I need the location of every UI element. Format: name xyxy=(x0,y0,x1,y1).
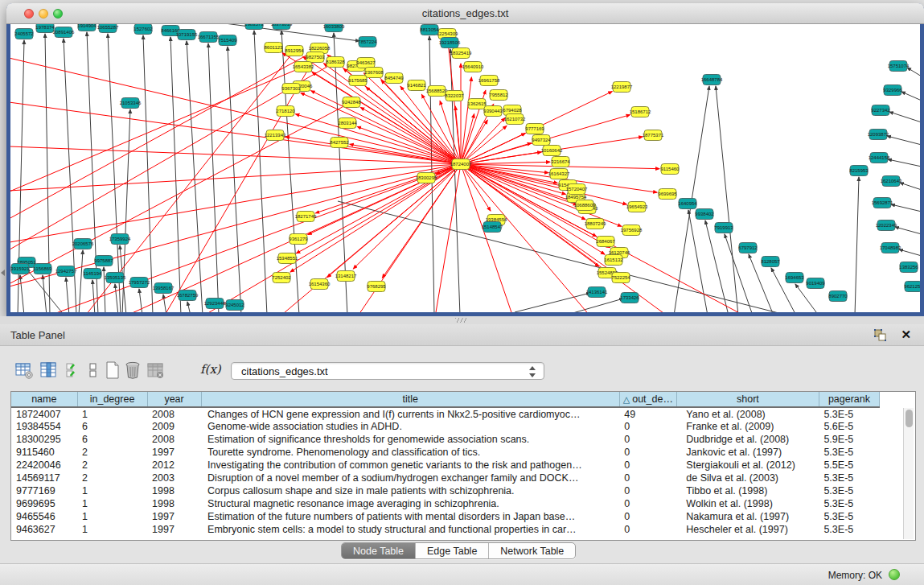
table-cell[interactable]: Estimation of significance thresholds fo… xyxy=(201,433,619,446)
table-cell[interactable]: 0 xyxy=(619,484,676,497)
graph-node[interactable]: 17957272 xyxy=(129,278,150,288)
citation-edge[interactable] xyxy=(855,177,859,312)
citation-edge[interactable] xyxy=(104,267,105,312)
graph-node[interactable]: 2718120 xyxy=(276,106,295,117)
citation-edge[interactable] xyxy=(907,68,920,76)
table-cell[interactable]: 1997 xyxy=(147,510,201,523)
table-cell[interactable]: 0 xyxy=(619,510,676,523)
citation-edge[interactable] xyxy=(187,302,191,312)
graph-node[interactable]: 17048983 xyxy=(880,243,901,253)
citation-edge-red[interactable] xyxy=(461,164,566,194)
citation-edge-red[interactable] xyxy=(295,114,461,164)
graph-node[interactable]: 16210732 xyxy=(504,114,526,125)
table-cell[interactable]: 14569117 xyxy=(11,472,77,484)
table-cell[interactable]: 18724007 xyxy=(11,407,77,420)
citation-edge[interactable] xyxy=(43,275,47,312)
table-cell[interactable]: 18300295 xyxy=(11,433,77,446)
citation-edge[interactable] xyxy=(92,280,95,312)
table-scrollbar[interactable] xyxy=(903,408,914,539)
citation-edge[interactable] xyxy=(888,159,920,167)
graph-node[interactable]: 19756928 xyxy=(621,225,643,236)
graph-node[interactable]: 16164327 xyxy=(548,169,570,179)
table-cell[interactable]: Hescheler et al. (1997) xyxy=(676,523,819,536)
table-cell[interactable]: Tibbo et al. (1998) xyxy=(676,484,819,497)
graph-node[interactable]: 7522254 xyxy=(611,273,630,283)
graph-node[interactable]: 16154360 xyxy=(309,279,331,290)
function-builder-icon[interactable]: f(x) xyxy=(200,362,220,381)
table-row[interactable]: 977716911998Corpus callosum shape and si… xyxy=(11,484,880,497)
graph-node[interactable]: 9621254 xyxy=(904,282,920,292)
table-cell[interactable]: de Silva et al. (2003) xyxy=(676,472,819,484)
table-cell[interactable]: Structural magnetic resonance image aver… xyxy=(201,497,619,510)
table-row[interactable]: 1456911722003Disruption of a novel membe… xyxy=(11,472,880,484)
citation-edge-red[interactable] xyxy=(461,77,471,164)
table-cell[interactable]: 5.5E-5 xyxy=(819,459,879,472)
graph-node[interactable]: 7515409 xyxy=(218,35,237,46)
graph-node[interactable]: 1383256 xyxy=(899,262,918,273)
citation-edge[interactable] xyxy=(208,43,219,312)
graph-node[interactable]: 9768295 xyxy=(367,282,386,292)
table-cell[interactable]: Estimation of the future numbers of pati… xyxy=(201,510,619,523)
table-cell[interactable]: Genome-wide association studies in ADHD. xyxy=(201,420,619,433)
graph-node[interactable]: 2405572 xyxy=(14,29,34,39)
graph-node[interactable]: 9227342 xyxy=(871,105,890,116)
citation-edge[interactable] xyxy=(688,210,708,312)
graph-node[interactable]: 9938402 xyxy=(695,209,714,220)
graph-node[interactable]: 7252402 xyxy=(272,273,291,283)
graph-node[interactable]: 9242848 xyxy=(342,97,361,108)
column-header-year[interactable]: year xyxy=(147,392,201,407)
graph-node[interactable]: 6797912 xyxy=(738,243,758,253)
graph-node[interactable]: 15751074 xyxy=(888,61,910,72)
table-cell[interactable]: 1 xyxy=(77,407,147,420)
show-column-icon[interactable] xyxy=(39,360,58,380)
graph-node[interactable]: 15148547 xyxy=(482,222,503,233)
graph-node[interactable]: 9497324 xyxy=(532,135,551,146)
citation-edge-red[interactable] xyxy=(461,164,599,266)
table-cell[interactable]: 5.3E-5 xyxy=(819,484,879,497)
table-cell[interactable]: Embryonic stem cells: a model to study s… xyxy=(201,523,619,536)
graph-node[interactable]: 9329966 xyxy=(883,85,902,96)
table-cell[interactable]: 2009 xyxy=(147,420,201,433)
graph-node[interactable]: 18373019 xyxy=(271,24,293,30)
graph-node[interactable]: 9975887 xyxy=(94,256,113,266)
graph-node[interactable]: 9175685 xyxy=(348,76,368,86)
graph-node[interactable]: 1914904 xyxy=(77,24,97,31)
citation-edge[interactable] xyxy=(108,34,121,312)
table-row[interactable]: 1938455462009Genome-wide association stu… xyxy=(11,420,880,433)
graph-node[interactable]: 1527602 xyxy=(133,24,153,35)
table-cell[interactable]: 2012 xyxy=(147,459,201,472)
graph-node[interactable]: 12219877 xyxy=(611,82,633,93)
graph-node[interactable]: 2803144 xyxy=(338,118,357,129)
graph-node[interactable]: 18271749 xyxy=(295,212,317,222)
graph-node[interactable]: 15640910 xyxy=(462,62,484,72)
graph-node[interactable]: 9115460 xyxy=(661,164,680,175)
graph-node[interactable]: 16543382 xyxy=(293,62,314,72)
table-cell[interactable]: 5.3E-5 xyxy=(819,407,879,420)
graph-node[interactable]: 7955812 xyxy=(489,90,508,101)
tab-node-table[interactable]: Node Table xyxy=(342,543,416,558)
table-row[interactable]: 911546021997Tourette syndrome. Phenomeno… xyxy=(11,446,880,459)
graph-node[interactable]: 1156869 xyxy=(34,264,53,274)
table-cell[interactable]: Jankovic et al. (1997) xyxy=(676,446,819,459)
window-titlebar[interactable]: citations_edges.txt xyxy=(6,3,924,24)
graph-node[interactable]: 15720407 xyxy=(566,184,588,195)
graph-node[interactable]: 9019409 xyxy=(806,278,825,289)
graph-node[interactable]: 13505135 xyxy=(105,273,126,283)
graph-node[interactable]: 10719155 xyxy=(176,30,198,40)
graph-node[interactable]: 8912954 xyxy=(285,46,304,56)
graph-node[interactable]: 8215953 xyxy=(849,166,869,176)
citation-edge[interactable] xyxy=(705,220,729,312)
graph-node[interactable]: 16648784 xyxy=(701,75,723,85)
graph-node[interactable]: 21053346 xyxy=(120,98,142,109)
citation-edge[interactable] xyxy=(20,275,24,312)
graph-node[interactable]: 8902770 xyxy=(828,291,848,302)
table-cell[interactable]: Corpus callosum shape and size in male p… xyxy=(201,484,619,497)
graph-node[interactable]: 8601123 xyxy=(265,43,284,53)
column-header-name[interactable]: name xyxy=(11,392,77,407)
graph-node[interactable]: 19218506 xyxy=(439,38,461,48)
table-select-combobox[interactable]: citations_edges.txt xyxy=(231,362,544,380)
table-cell[interactable]: Investigating the contribution of common… xyxy=(201,459,619,472)
citation-edge[interactable] xyxy=(891,204,920,212)
table-cell[interactable]: 22420046 xyxy=(11,459,77,472)
table-cell[interactable]: 5.3E-5 xyxy=(819,497,879,510)
